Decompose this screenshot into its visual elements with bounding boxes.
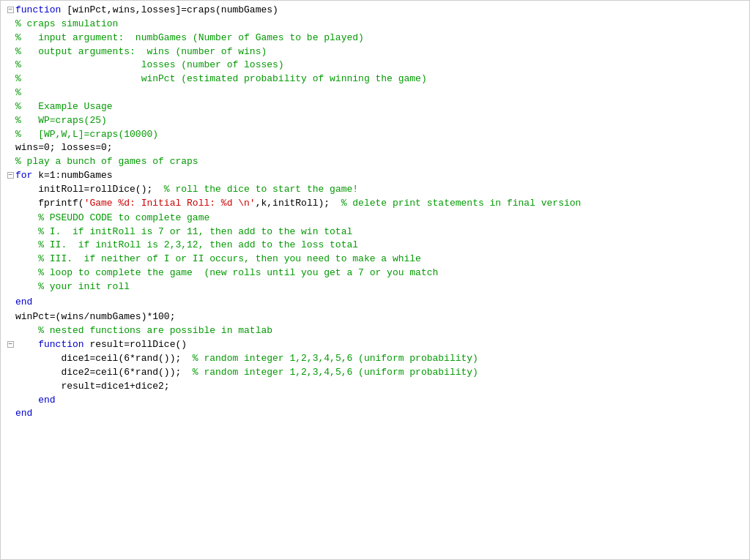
code-text: % play a bunch of games of craps xyxy=(15,155,745,169)
code-line: −function [winPct,wins,losses]=craps(num… xyxy=(1,4,749,18)
fold-gutter[interactable]: − xyxy=(5,4,15,16)
code-text: winPct=(wins/numbGames)*100; xyxy=(15,310,745,324)
code-segment: [winPct,wins,losses]=craps(numbGames) xyxy=(61,4,278,15)
code-segment: % loop to complete the game (new rolls u… xyxy=(15,267,438,278)
fold-icon[interactable]: − xyxy=(7,341,14,348)
code-segment: % winPct (estimated probability of winni… xyxy=(15,73,427,84)
fold-icon[interactable]: − xyxy=(7,7,14,13)
code-line: − function result=rollDice() xyxy=(1,338,749,352)
code-segment: k=1:numbGames xyxy=(32,170,112,181)
code-segment: result=rollDice() xyxy=(84,339,187,350)
code-segment: initRoll=rollDice(); xyxy=(15,184,164,195)
code-text: % input argument: numbGames (Number of G… xyxy=(15,31,745,45)
fold-gutter xyxy=(5,86,15,87)
code-segment: end xyxy=(15,296,32,307)
code-segment: % PSEUDO CODE to complete game xyxy=(15,212,209,223)
fold-gutter xyxy=(5,324,15,325)
code-segment: function xyxy=(15,4,61,15)
code-segment: winPct=(wins/numbGames)*100; xyxy=(15,311,175,322)
code-text: % I. if initRoll is 7 or 11, then add to… xyxy=(15,225,745,239)
code-text: % nested functions are possible in matla… xyxy=(15,324,745,338)
code-segment: % play a bunch of games of craps xyxy=(15,156,198,167)
code-line: end xyxy=(1,296,749,310)
code-line: % craps simulation xyxy=(1,18,749,31)
fold-gutter xyxy=(5,366,15,367)
code-segment: % craps simulation xyxy=(15,18,118,29)
code-text: function [winPct,wins,losses]=craps(numb… xyxy=(15,4,745,18)
fold-icon[interactable]: − xyxy=(7,172,14,179)
code-segment: ,k,initRoll); xyxy=(256,198,341,209)
fold-gutter xyxy=(5,225,15,226)
code-segment: % III. if neither of I or II occurs, the… xyxy=(15,253,421,264)
code-text: % xyxy=(15,86,745,100)
code-text: % [WP,W,L]=craps(10000) xyxy=(15,128,745,142)
fold-gutter xyxy=(5,72,15,73)
fold-gutter xyxy=(5,212,15,212)
code-segment: % random integer 1,2,3,4,5,6 (uniform pr… xyxy=(193,367,478,378)
fold-gutter xyxy=(5,310,15,311)
code-segment: 'Game %d: Initial Roll: %d \n' xyxy=(84,198,256,209)
fold-gutter xyxy=(5,266,15,267)
fold-gutter xyxy=(5,296,15,296)
code-segment: % input argument: numbGames (Number of G… xyxy=(15,32,364,43)
code-line: % play a bunch of games of craps xyxy=(1,155,749,169)
code-text: % loop to complete the game (new rolls u… xyxy=(15,266,745,280)
code-text: dice2=ceil(6*rand()); % random integer 1… xyxy=(15,366,745,380)
code-segment: wins=0; losses=0; xyxy=(15,142,113,153)
code-line: winPct=(wins/numbGames)*100; xyxy=(1,310,749,324)
code-line: −for k=1:numbGames xyxy=(1,169,749,183)
fold-gutter xyxy=(5,280,15,281)
code-text: % II. if initRoll is 2,3,12, then add to… xyxy=(15,239,745,253)
code-segment: % nested functions are possible in matla… xyxy=(15,325,272,336)
code-line: % losses (number of losses) xyxy=(1,59,749,72)
fold-gutter xyxy=(5,183,15,184)
code-line: initRoll=rollDice(); % roll the dice to … xyxy=(1,183,749,197)
code-text: initRoll=rollDice(); % roll the dice to … xyxy=(15,183,745,197)
code-line: % III. if neither of I or II occurs, the… xyxy=(1,253,749,266)
code-segment: % xyxy=(15,87,21,98)
code-line: dice1=ceil(6*rand()); % random integer 1… xyxy=(1,352,749,366)
code-line: % output arguments: wins (number of wins… xyxy=(1,45,749,59)
code-line: wins=0; losses=0; xyxy=(1,141,749,155)
code-line: % II. if initRoll is 2,3,12, then add to… xyxy=(1,239,749,253)
code-text: dice1=ceil(6*rand()); % random integer 1… xyxy=(15,352,745,366)
code-segment: % [WP,W,L]=craps(10000) xyxy=(15,129,158,140)
fold-gutter[interactable]: − xyxy=(5,338,15,351)
code-segment: dice2=ceil(6*rand()); xyxy=(15,367,193,378)
code-segment: for xyxy=(15,170,32,181)
code-line: % PSEUDO CODE to complete game xyxy=(1,212,749,225)
code-line: % I. if initRoll is 7 or 11, then add to… xyxy=(1,225,749,239)
code-text: end xyxy=(15,394,745,408)
code-line: end xyxy=(1,394,749,408)
fold-gutter xyxy=(5,380,15,381)
fold-gutter xyxy=(5,197,15,198)
code-line: % [WP,W,L]=craps(10000) xyxy=(1,128,749,142)
code-editor: −function [winPct,wins,losses]=craps(num… xyxy=(0,0,750,560)
code-text: end xyxy=(15,407,745,421)
code-segment: function xyxy=(38,339,83,350)
code-segment: % losses (number of losses) xyxy=(15,59,284,70)
fold-gutter xyxy=(5,31,15,32)
code-text: % III. if neither of I or II occurs, the… xyxy=(15,253,745,266)
code-line: end xyxy=(1,407,749,421)
code-segment: % output arguments: wins (number of wins… xyxy=(15,46,267,57)
fold-gutter xyxy=(5,59,15,59)
fold-gutter xyxy=(5,18,15,18)
code-segment: % roll the dice to start the game! xyxy=(164,184,358,195)
code-text: end xyxy=(15,296,745,310)
code-segment xyxy=(15,395,38,406)
code-segment: % random integer 1,2,3,4,5,6 (uniform pr… xyxy=(193,353,478,364)
fold-gutter xyxy=(5,352,15,353)
code-segment: end xyxy=(15,408,32,419)
fold-gutter[interactable]: − xyxy=(5,169,15,182)
code-line: % input argument: numbGames (Number of G… xyxy=(1,31,749,45)
code-segment: % I. if initRoll is 7 or 11, then add to… xyxy=(15,226,352,237)
code-line: % nested functions are possible in matla… xyxy=(1,324,749,338)
code-text: % your init roll xyxy=(15,280,745,294)
code-text: % PSEUDO CODE to complete game xyxy=(15,212,745,225)
code-text: % winPct (estimated probability of winni… xyxy=(15,72,745,86)
code-segment: % your init roll xyxy=(15,281,130,292)
code-text: % output arguments: wins (number of wins… xyxy=(15,45,745,59)
fold-gutter xyxy=(5,155,15,156)
code-segment: % Example Usage xyxy=(15,101,113,112)
